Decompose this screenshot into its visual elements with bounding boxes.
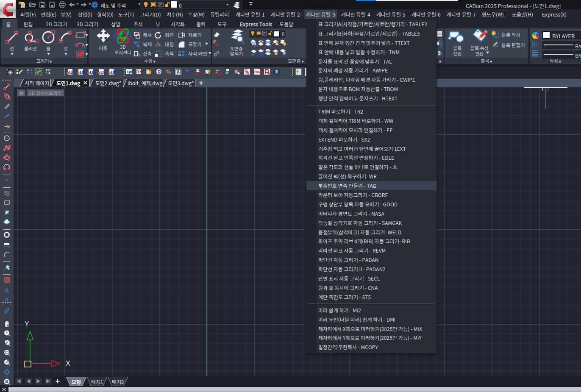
- svg-text:X: X: [66, 360, 70, 367]
- svg-text:U3: U3: [90, 70, 96, 75]
- svg-text:A: A: [5, 296, 9, 303]
- svg-text:A: A: [177, 68, 180, 75]
- svg-text:LAY: LAY: [206, 71, 211, 75]
- svg-text:SET: SET: [195, 71, 201, 75]
- svg-text:SV: SV: [225, 70, 229, 75]
- svg-text:T: T: [137, 69, 140, 74]
- svg-text:Y: Y: [25, 320, 29, 328]
- svg-text:BN: BN: [237, 69, 241, 73]
- svg-text:U2: U2: [80, 70, 86, 75]
- svg-text:?: ?: [275, 68, 278, 75]
- svg-text:U5: U5: [111, 70, 117, 75]
- svg-text:A: A: [246, 70, 249, 75]
- svg-text:U4: U4: [100, 70, 107, 75]
- svg-text:U1: U1: [69, 70, 75, 75]
- svg-text:FAQ: FAQ: [254, 69, 261, 74]
- svg-text:SD: SD: [217, 71, 221, 75]
- svg-text:D: D: [158, 68, 161, 75]
